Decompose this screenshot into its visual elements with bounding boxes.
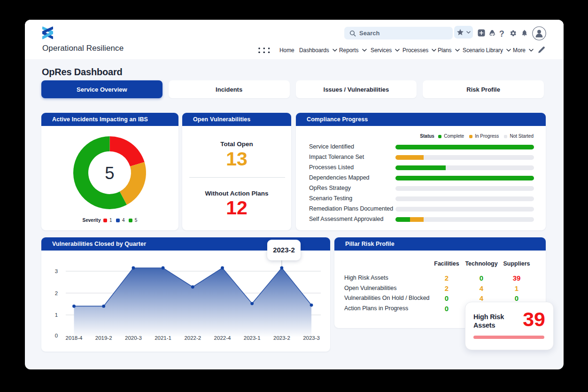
svg-text:2023-1: 2023-1 (244, 335, 261, 341)
svg-text:3: 3 (55, 268, 58, 274)
svg-text:2021-1: 2021-1 (155, 335, 171, 341)
svg-text:2023-3: 2023-3 (303, 335, 320, 341)
svg-text:2022-4: 2022-4 (214, 335, 231, 341)
svg-text:2018-4: 2018-4 (66, 335, 83, 341)
svg-text:2023-2: 2023-2 (273, 335, 290, 341)
svg-text:2: 2 (55, 290, 58, 296)
svg-text:5: 5 (105, 164, 114, 183)
svg-text:2019-2: 2019-2 (95, 335, 112, 341)
svg-text:0: 0 (55, 333, 58, 338)
svg-text:2022-2: 2022-2 (184, 335, 201, 341)
svg-text:1: 1 (55, 312, 58, 318)
svg-text:2020-3: 2020-3 (125, 335, 142, 341)
